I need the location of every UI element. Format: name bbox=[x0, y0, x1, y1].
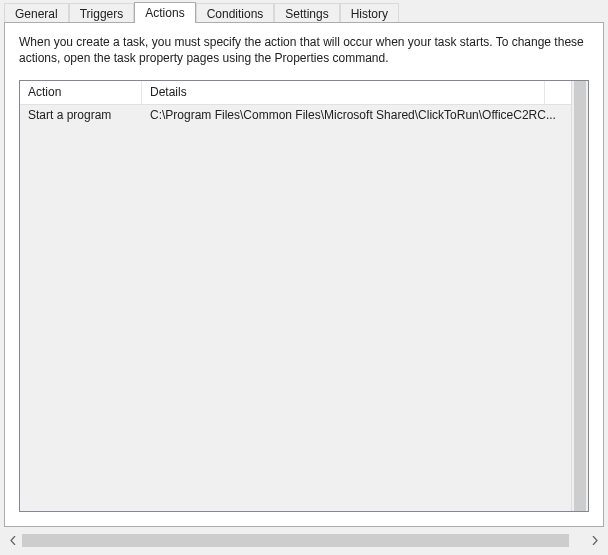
actions-list: Action Details Start a program C:\Progra… bbox=[19, 80, 589, 512]
horizontal-scroll-track[interactable] bbox=[22, 532, 586, 549]
tab-settings[interactable]: Settings bbox=[274, 3, 339, 24]
table-row[interactable]: Start a program C:\Program Files\Common … bbox=[20, 105, 571, 125]
vertical-scroll-track[interactable] bbox=[572, 81, 588, 511]
horizontal-scroll-thumb[interactable] bbox=[22, 534, 569, 547]
column-headers: Action Details bbox=[20, 81, 571, 105]
tabstrip: General Triggers Actions Conditions Sett… bbox=[0, 0, 608, 23]
panel-description: When you create a task, you must specify… bbox=[19, 34, 589, 66]
cell-action: Start a program bbox=[20, 106, 142, 124]
tab-divider bbox=[4, 22, 604, 23]
column-header-padding bbox=[545, 81, 571, 104]
scroll-left-arrow-icon[interactable] bbox=[5, 532, 22, 549]
horizontal-scrollbar[interactable] bbox=[5, 532, 603, 549]
actions-panel: When you create a task, you must specify… bbox=[4, 22, 604, 527]
column-header-details[interactable]: Details bbox=[142, 81, 545, 104]
column-header-action[interactable]: Action bbox=[20, 81, 142, 104]
tab-history[interactable]: History bbox=[340, 3, 399, 24]
actions-list-body: Action Details Start a program C:\Progra… bbox=[20, 81, 571, 511]
cell-details: C:\Program Files\Common Files\Microsoft … bbox=[142, 106, 571, 124]
tab-triggers[interactable]: Triggers bbox=[69, 3, 135, 24]
vertical-scrollbar[interactable] bbox=[571, 81, 588, 511]
vertical-scroll-thumb[interactable] bbox=[574, 81, 586, 511]
tab-actions[interactable]: Actions bbox=[134, 2, 195, 23]
actions-rows: Start a program C:\Program Files\Common … bbox=[20, 105, 571, 511]
tab-general[interactable]: General bbox=[4, 3, 69, 24]
task-properties-window: General Triggers Actions Conditions Sett… bbox=[0, 0, 608, 555]
scroll-right-arrow-icon[interactable] bbox=[586, 532, 603, 549]
tab-conditions[interactable]: Conditions bbox=[196, 3, 275, 24]
